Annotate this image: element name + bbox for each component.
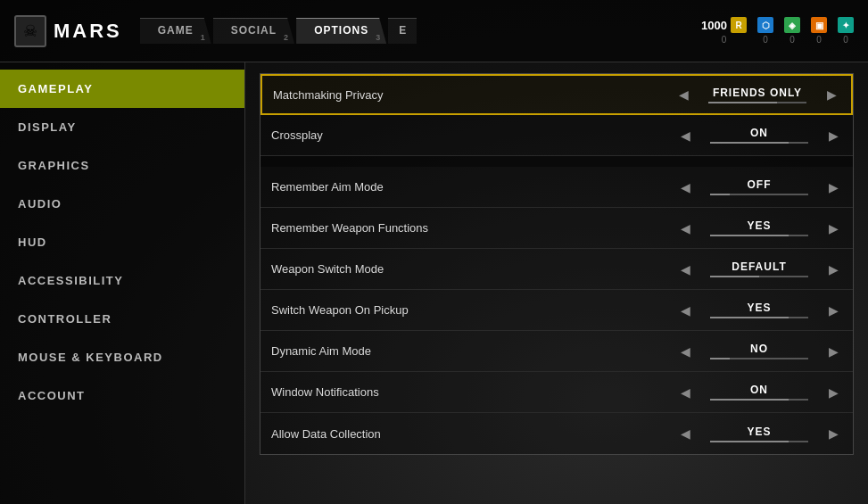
arrow-left-matchmaking[interactable]: ◀ bbox=[674, 86, 692, 103]
setting-control-matchmaking: ◀ FRIENDS ONLY ▶ bbox=[674, 86, 840, 103]
sidebar-item-audio[interactable]: AUDIO bbox=[0, 185, 244, 223]
setting-value-dynamic-aim: NO bbox=[750, 343, 768, 355]
setting-row-crossplay[interactable]: Crossplay ◀ ON ▶ bbox=[260, 115, 853, 156]
main: GAMEPLAY DISPLAY GRAPHICS AUDIO HUD ACCE… bbox=[0, 62, 868, 504]
setting-row-dynamic-aim[interactable]: Dynamic Aim Mode ◀ NO ▶ bbox=[260, 331, 853, 372]
setting-row-matchmaking[interactable]: Matchmaking Privacy ◀ FRIENDS ONLY ▶ bbox=[260, 74, 853, 115]
setting-bar-window-notifications bbox=[710, 399, 808, 401]
setting-control-weapon-switch: ◀ DEFAULT ▶ bbox=[676, 260, 842, 278]
currency-blue: ⬡ 0 bbox=[757, 17, 773, 45]
teal-icon: ✦ bbox=[838, 17, 854, 33]
arrow-right-remember-aim[interactable]: ▶ bbox=[824, 178, 842, 196]
sidebar: GAMEPLAY DISPLAY GRAPHICS AUDIO HUD ACCE… bbox=[0, 62, 245, 504]
currency-area: 1000 R 0 ⬡ 0 ◈ 0 ▣ 0 ✦ 0 bbox=[701, 17, 854, 45]
currency-teal: ✦ 0 bbox=[838, 17, 854, 45]
arrow-left-remember-weapon[interactable]: ◀ bbox=[676, 219, 694, 237]
setting-row-switch-on-pickup[interactable]: Switch Weapon On Pickup ◀ YES ▶ bbox=[260, 290, 853, 331]
sidebar-item-display[interactable]: DISPLAY bbox=[0, 108, 244, 146]
tabs: GAME 1 SOCIAL 2 OPTIONS 3 E bbox=[140, 18, 701, 44]
setting-bar-data-collection bbox=[710, 441, 808, 442]
sidebar-item-account[interactable]: ACCOUNT bbox=[0, 376, 244, 415]
setting-bar-weapon-switch bbox=[710, 276, 808, 277]
arrow-left-remember-aim[interactable]: ◀ bbox=[676, 178, 694, 196]
arrow-right-weapon-switch[interactable]: ▶ bbox=[824, 260, 842, 278]
setting-value-data-collection: YES bbox=[747, 426, 771, 438]
content-area: Matchmaking Privacy ◀ FRIENDS ONLY ▶ Cro… bbox=[245, 62, 868, 504]
skull-icon: ☠ bbox=[14, 15, 46, 47]
setting-value-switch-on-pickup: YES bbox=[747, 302, 771, 314]
setting-control-crossplay: ◀ ON ▶ bbox=[676, 127, 842, 145]
rp-icon: R bbox=[731, 17, 747, 33]
arrow-right-dynamic-aim[interactable]: ▶ bbox=[824, 343, 842, 360]
setting-row-weapon-switch[interactable]: Weapon Switch Mode ◀ DEFAULT ▶ bbox=[260, 249, 853, 290]
sidebar-item-gameplay[interactable]: GAMEPLAY bbox=[0, 70, 244, 108]
setting-control-remember-aim: ◀ OFF ▶ bbox=[676, 178, 842, 196]
arrow-right-matchmaking[interactable]: ▶ bbox=[823, 86, 840, 103]
arrow-right-data-collection[interactable]: ▶ bbox=[824, 425, 842, 442]
blue-icon: ⬡ bbox=[757, 17, 773, 33]
arrow-left-data-collection[interactable]: ◀ bbox=[676, 425, 694, 442]
setting-value-crossplay: ON bbox=[750, 127, 768, 139]
currency-orange: ▣ 0 bbox=[811, 17, 827, 45]
arrow-right-crossplay[interactable]: ▶ bbox=[824, 127, 842, 145]
arrow-left-weapon-switch[interactable]: ◀ bbox=[676, 260, 694, 278]
header: ☠ MARS GAME 1 SOCIAL 2 OPTIONS 3 E 1000 … bbox=[0, 0, 868, 62]
setting-control-dynamic-aim: ◀ NO ▶ bbox=[676, 343, 842, 360]
setting-label-remember-aim: Remember Aim Mode bbox=[271, 180, 676, 194]
setting-label-weapon-switch: Weapon Switch Mode bbox=[271, 262, 676, 276]
setting-control-switch-on-pickup: ◀ YES ▶ bbox=[676, 302, 842, 319]
setting-bar-crossplay bbox=[710, 142, 808, 144]
arrow-right-switch-on-pickup[interactable]: ▶ bbox=[824, 302, 842, 319]
sidebar-item-mouse-keyboard[interactable]: MOUSE & KEYBOARD bbox=[0, 338, 244, 376]
setting-value-window-notifications: ON bbox=[750, 384, 768, 396]
arrow-left-crossplay[interactable]: ◀ bbox=[676, 127, 694, 145]
setting-label-window-notifications: Window Notifications bbox=[271, 385, 676, 399]
setting-bar-switch-on-pickup bbox=[710, 317, 808, 318]
setting-label-matchmaking: Matchmaking Privacy bbox=[273, 88, 674, 102]
settings-spacer-1 bbox=[260, 156, 853, 167]
arrow-right-remember-weapon[interactable]: ▶ bbox=[824, 219, 842, 237]
currency-rp: 1000 R 0 bbox=[701, 17, 747, 45]
setting-value-matchmaking: FRIENDS ONLY bbox=[713, 87, 802, 99]
setting-bar-matchmaking bbox=[708, 102, 806, 103]
setting-label-crossplay: Crossplay bbox=[271, 128, 676, 142]
setting-label-data-collection: Allow Data Collection bbox=[271, 427, 676, 441]
game-title: MARS bbox=[54, 20, 122, 43]
setting-row-window-notifications[interactable]: Window Notifications ◀ ON ▶ bbox=[260, 372, 853, 413]
tab-e[interactable]: E bbox=[388, 18, 417, 44]
green-icon: ◈ bbox=[784, 17, 800, 33]
setting-bar-dynamic-aim bbox=[710, 358, 808, 359]
setting-value-weapon-switch: DEFAULT bbox=[732, 260, 786, 273]
setting-label-remember-weapon: Remember Weapon Functions bbox=[271, 221, 676, 235]
setting-control-data-collection: ◀ YES ▶ bbox=[676, 425, 842, 442]
tab-options[interactable]: OPTIONS 3 bbox=[296, 18, 386, 44]
setting-row-data-collection[interactable]: Allow Data Collection ◀ YES ▶ bbox=[260, 413, 853, 454]
arrow-left-window-notifications[interactable]: ◀ bbox=[676, 384, 694, 401]
logo-area: ☠ MARS bbox=[14, 15, 122, 47]
arrow-left-switch-on-pickup[interactable]: ◀ bbox=[676, 302, 694, 319]
setting-value-remember-aim: OFF bbox=[748, 178, 772, 191]
setting-bar-remember-aim bbox=[710, 194, 808, 195]
tab-social[interactable]: SOCIAL 2 bbox=[213, 18, 294, 44]
tab-game[interactable]: GAME 1 bbox=[140, 18, 211, 44]
setting-value-remember-weapon: YES bbox=[747, 219, 771, 232]
currency-green: ◈ 0 bbox=[784, 17, 800, 45]
setting-control-window-notifications: ◀ ON ▶ bbox=[676, 384, 842, 401]
setting-bar-remember-weapon bbox=[710, 235, 808, 236]
setting-row-remember-weapon[interactable]: Remember Weapon Functions ◀ YES ▶ bbox=[260, 208, 853, 249]
orange-icon: ▣ bbox=[811, 17, 827, 33]
arrow-left-dynamic-aim[interactable]: ◀ bbox=[676, 343, 694, 360]
sidebar-item-accessibility[interactable]: ACCESSIBILITY bbox=[0, 261, 244, 300]
setting-control-remember-weapon: ◀ YES ▶ bbox=[676, 219, 842, 237]
setting-label-switch-on-pickup: Switch Weapon On Pickup bbox=[271, 303, 676, 317]
sidebar-item-hud[interactable]: HUD bbox=[0, 223, 244, 261]
sidebar-item-graphics[interactable]: GRAPHICS bbox=[0, 146, 244, 185]
setting-label-dynamic-aim: Dynamic Aim Mode bbox=[271, 344, 676, 358]
settings-container: Matchmaking Privacy ◀ FRIENDS ONLY ▶ Cro… bbox=[260, 73, 854, 455]
sidebar-item-controller[interactable]: CONTROLLER bbox=[0, 300, 244, 338]
setting-row-remember-aim[interactable]: Remember Aim Mode ◀ OFF ▶ bbox=[260, 167, 853, 208]
arrow-right-window-notifications[interactable]: ▶ bbox=[824, 384, 842, 401]
